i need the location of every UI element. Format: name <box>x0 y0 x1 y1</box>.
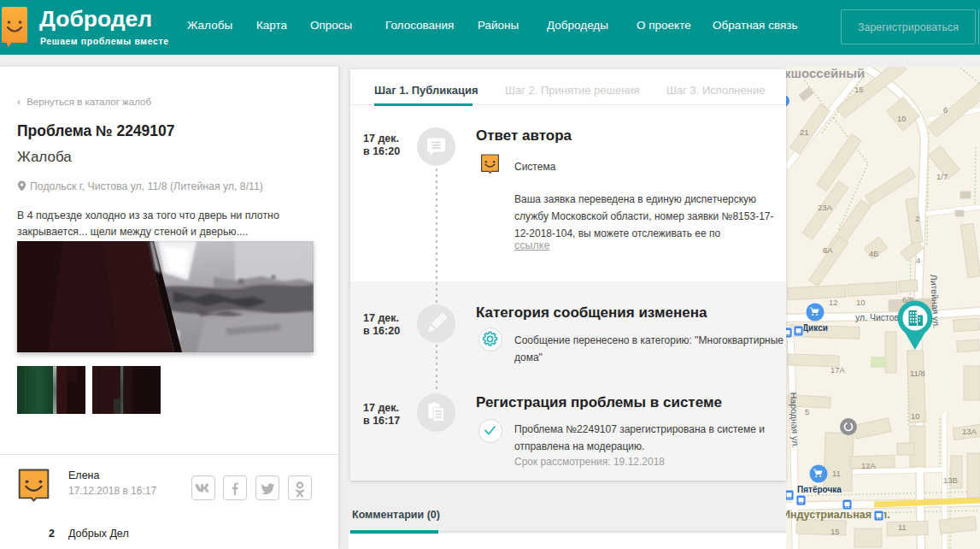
svg-text:Пятёрочка: Пятёрочка <box>797 485 842 494</box>
svg-text:5: 5 <box>805 407 809 416</box>
svg-text:21: 21 <box>800 127 809 137</box>
svg-text:10: 10 <box>856 298 866 307</box>
svg-text:Народная ул.: Народная ул. <box>789 393 801 449</box>
svg-text:1/7: 1/7 <box>936 172 948 181</box>
svg-text:6А: 6А <box>823 245 833 255</box>
svg-text:23А: 23А <box>818 203 833 212</box>
svg-text:11: 11 <box>832 469 841 478</box>
svg-text:ул. Чистова: ул. Чистова <box>855 312 904 322</box>
svg-text:12А: 12А <box>861 461 877 470</box>
svg-text:13В: 13В <box>943 475 958 485</box>
svg-text:2: 2 <box>915 214 919 223</box>
svg-text:4: 4 <box>916 256 920 265</box>
svg-text:10: 10 <box>897 114 907 123</box>
svg-text:Дикси: Дикси <box>802 323 828 333</box>
svg-text:17А: 17А <box>830 365 846 375</box>
svg-text:15: 15 <box>854 85 864 94</box>
svg-text:15: 15 <box>830 527 840 536</box>
svg-text:12: 12 <box>829 298 838 307</box>
svg-text:6: 6 <box>943 105 948 115</box>
svg-text:10: 10 <box>911 411 920 421</box>
svg-text:11/8: 11/8 <box>910 369 925 378</box>
svg-text:кшоссейный: кшоссейный <box>786 67 865 80</box>
svg-text:4Б: 4Б <box>869 249 879 258</box>
svg-text:13А: 13А <box>962 427 977 436</box>
svg-text:11: 11 <box>898 522 907 532</box>
